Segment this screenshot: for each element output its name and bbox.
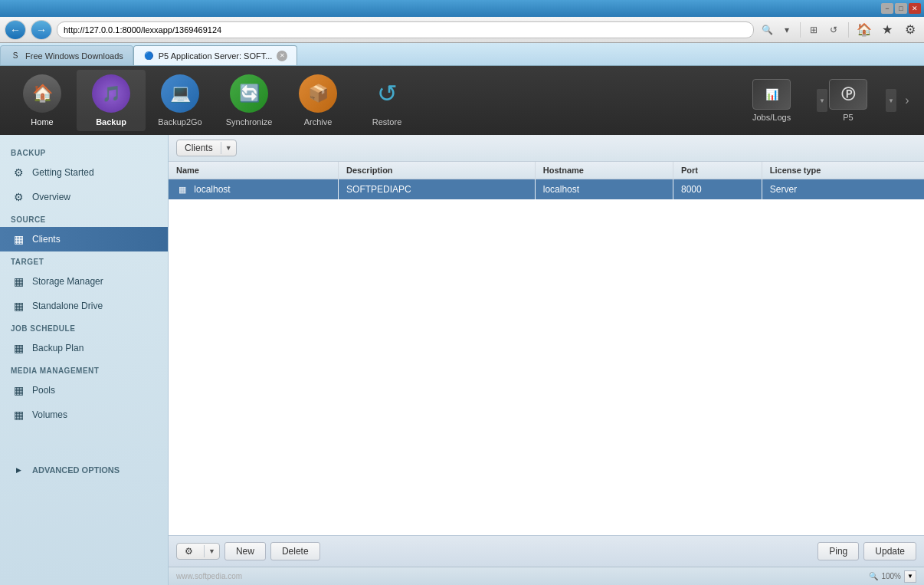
nav-p5-label: P5 (843, 113, 853, 122)
col-hostname[interactable]: Hostname (535, 162, 673, 179)
clients-icon: ▦ (11, 232, 26, 247)
nav-home-label: Home (31, 117, 53, 127)
nav-home[interactable]: 🏠 Home (8, 70, 77, 131)
tab-free-windows[interactable]: S Free Windows Downloads (0, 45, 133, 65)
ping-button[interactable]: Ping (818, 542, 859, 560)
clients-toolbar-dropdown[interactable]: ▼ (221, 142, 236, 154)
sidebar-section-job-schedule: JOB SCHEDULE (0, 318, 168, 336)
clients-table: Name Description Hostname Port License t… (169, 162, 924, 199)
nav-backup2go[interactable]: 💻 Backup2Go (146, 70, 215, 131)
new-button[interactable]: New (224, 542, 266, 560)
address-bar: ← → 🔍 ▾ ⊞ ↺ 🏠 ★ ⚙ (0, 17, 924, 43)
table-header-row: Name Description Hostname Port License t… (169, 162, 924, 179)
cell-name: ▦ localhost (169, 179, 339, 200)
pools-icon: ▦ (11, 383, 26, 398)
sidebar-item-pools-label: Pools (32, 385, 55, 396)
nav-archive-label: Archive (304, 117, 333, 127)
sidebar-item-pools[interactable]: ▦ Pools (0, 378, 168, 403)
home-nav-button[interactable]: 🏠 (855, 21, 873, 39)
jobslogs-dropdown-btn[interactable]: ▼ (817, 89, 827, 112)
p5-dropdown-btn[interactable]: ▼ (886, 89, 896, 112)
col-description[interactable]: Description (339, 162, 536, 179)
sidebar-section-backup: BACKUP (0, 143, 168, 160)
dropdown-button[interactable]: ▾ (778, 21, 795, 38)
nav-archive[interactable]: 📦 Archive (283, 70, 352, 131)
minimize-button[interactable]: − (881, 3, 893, 14)
top-nav: 🏠 Home 🎵 Backup 💻 Backup2Go 🔄 Synchroniz… (0, 66, 924, 135)
standalone-drive-icon: ▦ (11, 298, 26, 314)
sidebar-item-clients[interactable]: ▦ Clients (0, 227, 168, 251)
zoom-level: 100% (881, 572, 901, 580)
sidebar-item-backup-plan-label: Backup Plan (32, 343, 84, 353)
col-name[interactable]: Name (169, 162, 339, 179)
title-bar-controls: − □ ✕ (881, 3, 921, 14)
sidebar-item-volumes[interactable]: ▦ Volumes (0, 403, 168, 427)
nav-backup[interactable]: 🎵 Backup (77, 70, 146, 131)
update-button[interactable]: Update (863, 542, 916, 560)
cell-description: SOFTPEDIAPC (339, 179, 536, 200)
sidebar-section-source: SOURCE (0, 209, 168, 227)
col-license-type[interactable]: License type (762, 162, 924, 179)
tab1-label: Free Windows Downloads (25, 51, 123, 61)
sidebar-advanced-options[interactable]: ▶ ADVANCED OPTIONS (0, 458, 168, 482)
bottom-toolbar: ⚙ ▼ New Delete Ping Update (169, 535, 924, 567)
sidebar-item-storage-manager[interactable]: ▦ Storage Manager (0, 269, 168, 294)
main-content: BACKUP ⚙ Getting Started ⚙ Overview SOUR… (0, 135, 924, 585)
address-input[interactable] (57, 21, 754, 38)
forward-button[interactable]: → (31, 20, 52, 40)
settings-button[interactable]: ⚙ (901, 21, 919, 39)
cell-port: 8000 (673, 179, 762, 200)
sidebar-item-standalone-drive-label: Standalone Drive (32, 301, 103, 311)
maximize-button[interactable]: □ (895, 3, 907, 14)
volumes-icon: ▦ (11, 407, 26, 422)
sidebar-item-volumes-label: Volumes (32, 409, 67, 420)
separator (800, 22, 801, 38)
sidebar-item-overview[interactable]: ⚙ Overview (0, 185, 168, 209)
sidebar-advanced-label: ADVANCED OPTIONS (32, 465, 120, 475)
gear-dropdown-button[interactable]: ▼ (204, 545, 219, 557)
back-button[interactable]: ← (5, 20, 26, 40)
tab-bar: S Free Windows Downloads 🔵 P5 Applicatio… (0, 43, 924, 66)
sidebar-item-clients-label: Clients (32, 234, 61, 245)
nav-jobslogs[interactable]: 📊 Jobs/Logs ▼ (752, 70, 829, 131)
zoom-dropdown-button[interactable]: ▼ (904, 570, 916, 583)
address-icons: 🔍 ▾ ⊞ ↺ (759, 21, 842, 38)
backup2go-icon: 💻 (161, 74, 199, 113)
sidebar-item-backup-plan[interactable]: ▦ Backup Plan (0, 336, 168, 360)
archive-icon: 📦 (299, 74, 337, 113)
sidebar-item-getting-started[interactable]: ⚙ Getting Started (0, 160, 168, 185)
jobslogs-icon: 📊 (752, 79, 791, 110)
delete-button[interactable]: Delete (270, 542, 320, 560)
refresh-button[interactable]: ↺ (825, 21, 842, 38)
sidebar-section-target: TARGET (0, 251, 168, 269)
close-button[interactable]: ✕ (909, 3, 921, 14)
nav-more-button[interactable]: › (898, 70, 916, 131)
sidebar-section-media-management: MEDIA MANAGEMENT (0, 360, 168, 378)
synchronize-icon: 🔄 (230, 74, 268, 113)
gear-button[interactable]: ⚙ (177, 544, 201, 559)
content-area: Clients ▼ Name Description Hostname Port… (169, 135, 924, 585)
nav-p5[interactable]: Ⓟ P5 ▼ (829, 70, 898, 131)
refresh-icons-button[interactable]: ⊞ (805, 21, 822, 38)
tab-p5-server[interactable]: 🔵 P5 Application Server: SOFT... ✕ (133, 45, 298, 65)
clients-toolbar-btn[interactable]: Clients (177, 140, 221, 156)
tab2-close-button[interactable]: ✕ (277, 51, 287, 61)
favorites-button[interactable]: ★ (878, 21, 896, 39)
table-row[interactable]: ▦ localhost SOFTPEDIAPC localhost 8000 S… (169, 179, 924, 200)
nav-synchronize[interactable]: 🔄 Synchronize (215, 70, 283, 131)
zoom-control: 🔍 100% ▼ (869, 570, 916, 583)
nav-backup2go-label: Backup2Go (158, 117, 202, 127)
title-bar: − □ ✕ (0, 0, 924, 17)
tab2-favicon: 🔵 (143, 51, 154, 61)
content-toolbar: Clients ▼ (169, 135, 924, 162)
watermark-text: www.softpedia.com (176, 572, 242, 580)
search-button[interactable]: 🔍 (759, 21, 775, 38)
nav-restore[interactable]: ↺ Restore (352, 70, 421, 131)
gear-btn-group: ⚙ ▼ (176, 543, 220, 560)
cell-hostname: localhost (535, 179, 673, 200)
sidebar-item-standalone-drive[interactable]: ▦ Standalone Drive (0, 294, 168, 318)
tab2-label: P5 Application Server: SOFT... (159, 51, 273, 61)
advanced-options-arrow-icon: ▶ (11, 462, 26, 478)
col-port[interactable]: Port (673, 162, 762, 179)
row-icon: ▦ (176, 183, 188, 196)
